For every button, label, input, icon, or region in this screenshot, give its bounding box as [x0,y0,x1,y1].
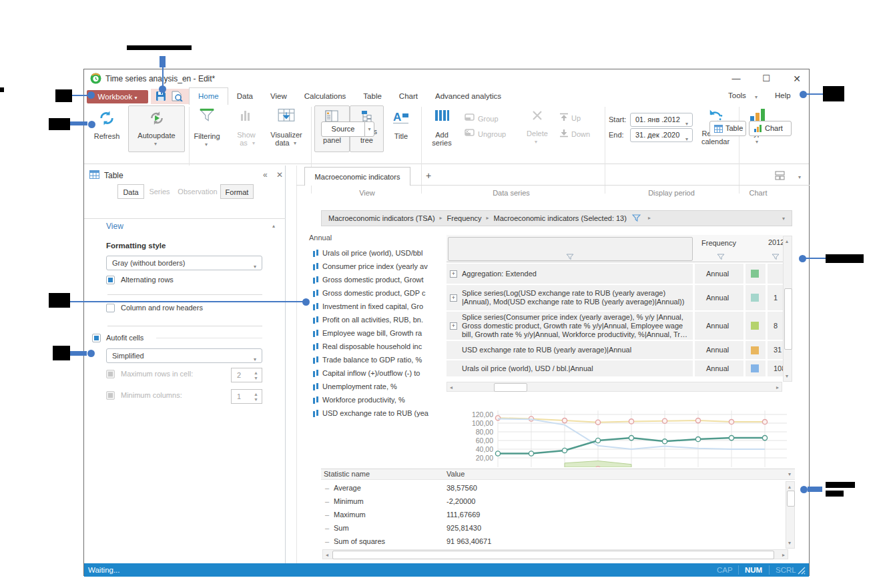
scroll-down-icon[interactable]: ▾ [786,372,788,380]
visualizer-data-icon[interactable] [278,107,295,123]
table-row[interactable]: +Aggregation: ExtendedAnnual [446,264,783,284]
expand-plus-icon[interactable]: + [450,270,457,278]
panel-tab-data[interactable]: Data [117,184,144,199]
filtering-icon[interactable] [199,108,215,123]
series-list-item[interactable]: Capital inflow (+)/outflow (-) to [313,366,441,380]
scroll-up-icon[interactable]: ▴ [786,238,788,245]
scroll-up-icon[interactable]: ▴ [788,483,791,491]
panel-tab-format[interactable]: Format [220,184,254,199]
breadcrumb-item[interactable]: Frequency [447,211,482,226]
section-view[interactable]: View [106,222,123,231]
tab-chart[interactable]: Chart [390,88,426,105]
series-list-item[interactable]: Employee wage bill, Growth ra [313,326,441,340]
table-row[interactable]: Urals oil price (world), USD / bbl.|Annu… [446,360,783,376]
chevron-down-icon[interactable]: ▾ [798,174,801,180]
layout-icon[interactable] [775,171,785,180]
series-list-item[interactable]: Profit on all activities, RUB, bn. [313,313,441,326]
resize-grip-icon[interactable] [797,566,806,575]
filter-icon[interactable] [772,254,780,260]
chevron-down-icon[interactable]: ▾ [782,216,785,222]
minimize-icon[interactable]: — [726,73,746,85]
scroll-down-icon[interactable]: ▾ [788,539,791,547]
refresh-icon[interactable] [97,109,116,127]
series-list-item[interactable]: Trade balance to GDP ratio, % [313,353,441,366]
alternating-rows-checkbox[interactable] [106,276,115,284]
filter-funnel-icon[interactable] [632,214,641,226]
scroll-right-icon[interactable]: ▸ [782,551,785,559]
tools-menu[interactable]: Tools [728,91,746,99]
stats-row[interactable]: –Maximum111,67669 [321,508,786,521]
chart-area[interactable]: 120,00100,0080,0060,0040,0020,00 [446,401,795,467]
start-date-field[interactable]: 01. янв .2012 ▾ [630,113,693,127]
status-cap[interactable]: CAP [717,563,733,577]
column-row-headers-checkbox[interactable] [106,304,115,312]
chart-view-button[interactable]: Chart [749,121,792,136]
panel-close-icon[interactable]: ✕ [276,170,283,180]
tab-home[interactable]: Home [189,87,228,105]
series-list-item[interactable]: Unemployment rate, % [313,380,441,393]
stats-header-value[interactable]: Value [446,470,465,478]
stats-hscroll-thumb[interactable] [332,551,774,559]
chevron-down-icon[interactable]: ▾ [294,140,296,146]
add-series-button[interactable]: Add [422,131,462,139]
series-list-item[interactable]: USD exchange rate to RUB (yea [313,406,441,420]
stats-header-name[interactable]: Statistic name [324,470,370,478]
tab-view[interactable]: View [262,88,296,105]
chevron-down-icon[interactable]: ▾ [788,471,791,477]
breadcrumb-item[interactable]: Macroeconomic indicators (Selected: 13) [494,211,627,226]
formatting-style-select[interactable]: Gray (without borders) ▾ [106,256,262,270]
series-list-item[interactable]: Gross domestic product, GDP c [313,286,441,300]
series-list-item[interactable]: Consumer price index (yearly av [313,260,441,273]
sheet-tab[interactable]: Macroeconomic indicators [304,167,410,186]
close-icon[interactable]: ✕ [787,73,807,85]
add-series-icon[interactable] [434,108,450,123]
status-num[interactable]: NUM [745,563,762,577]
tab-table[interactable]: Table [354,88,390,105]
status-scrl[interactable]: SCRL [776,563,796,577]
autoupdate-button[interactable]: Autoupdate ▾ [128,105,185,152]
chevron-up-icon[interactable]: ▴ [272,223,275,229]
table-row[interactable]: +Splice series(Consumer price index (yea… [446,312,783,340]
filtering-button[interactable]: Filtering [187,132,227,140]
source-dropdown[interactable]: ▾ [364,121,374,137]
series-list-item[interactable]: Workforce productivity, % [313,393,441,406]
scroll-left-icon[interactable]: ◂ [450,384,453,391]
grid-hscrollbar[interactable]: ◂ ▸ [446,382,782,392]
refresh-button[interactable]: Refresh [87,132,127,140]
grid-vscroll-thumb[interactable] [784,288,792,350]
collapse-icon[interactable]: « [263,170,268,180]
filter-icon[interactable] [566,254,574,260]
series-list-item[interactable]: Investment in fixed capital, Gro [313,300,441,313]
expand-plus-icon[interactable]: + [450,294,457,302]
stats-vscrollbar[interactable]: ▴ ▾ [786,481,795,549]
stats-hscrollbar[interactable]: ◂ ▸ [322,549,788,559]
source-button[interactable]: Source [321,121,365,137]
scroll-left-icon[interactable]: ◂ [326,551,328,559]
chevron-down-icon[interactable]: ▾ [755,94,758,100]
tab-calculations[interactable]: Calculations [296,88,355,105]
grid-hscroll-thumb[interactable] [494,383,527,392]
table-view-button[interactable]: Table [709,121,746,136]
workbook-button[interactable]: Workbook ▾ [87,90,148,103]
tab-advanced-analytics[interactable]: Advanced analytics [426,88,510,105]
chevron-down-icon[interactable]: ▾ [685,133,688,145]
table-row[interactable]: +Splice series(Log(USD exchange rate to … [446,285,783,310]
title-button[interactable]: Title [381,132,421,140]
end-date-field[interactable]: 31. дек .2020 ▾ [630,128,693,142]
expand-plus-icon[interactable]: + [450,322,457,330]
breadcrumb-item[interactable]: Macroeconomic indicators (TSA) [328,211,435,226]
stats-row[interactable]: –Sum925,81430 [321,521,786,535]
visualizer-data-button[interactable]: Visualizer [266,131,306,139]
scroll-right-icon[interactable]: ▸ [776,384,779,391]
tab-data[interactable]: Data [228,88,262,105]
breadcrumb-arrow-icon[interactable]: ▸ [643,211,655,226]
series-list-item[interactable]: Real disposable household inc [313,340,441,353]
stats-row[interactable]: –Average38,57560 [321,481,786,495]
autofit-cells-checkbox[interactable] [92,334,101,342]
chevron-down-icon[interactable]: ▾ [205,141,208,148]
grid-header-frequency[interactable]: Frequency [701,239,736,247]
chevron-down-icon[interactable]: ▾ [756,139,758,145]
series-list-item[interactable]: Gross domestic product, Growt [313,273,441,286]
filter-icon[interactable] [717,254,725,260]
print-preview-icon[interactable] [172,91,183,101]
